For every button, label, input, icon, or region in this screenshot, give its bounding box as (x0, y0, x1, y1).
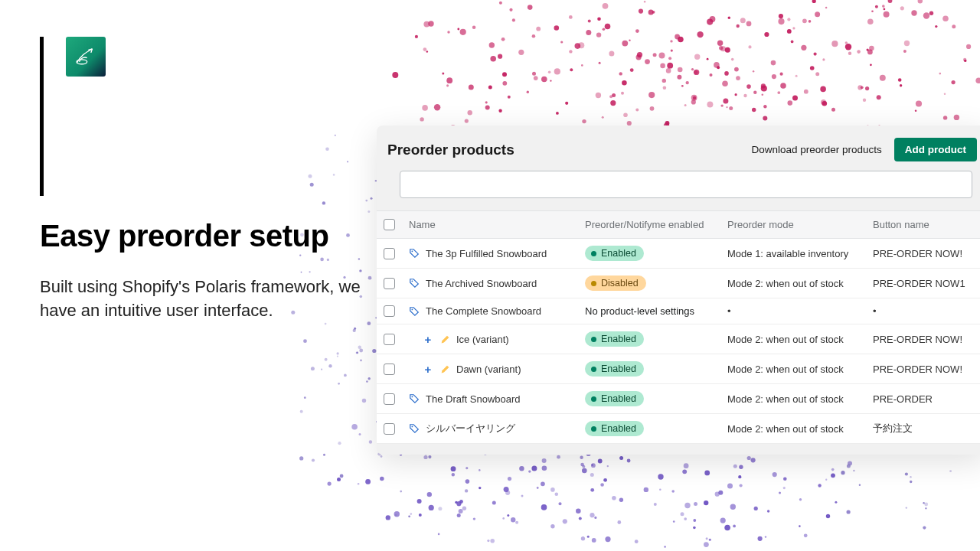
svg-point-486 (487, 540, 489, 542)
svg-point-226 (490, 56, 496, 62)
svg-point-70 (650, 106, 655, 111)
svg-point-584 (587, 536, 590, 538)
svg-point-656 (346, 233, 350, 237)
table-row[interactable]: +Ice (variant)EnabledMode 2: when out of… (377, 324, 980, 354)
svg-point-149 (975, 77, 980, 83)
row-checkbox[interactable] (384, 364, 395, 375)
svg-point-38 (795, 75, 798, 77)
svg-point-165 (422, 105, 428, 111)
preorder-mode: Mode 2: when out of stock (727, 393, 873, 405)
download-preorder-products-link[interactable]: Download preorder products (751, 144, 881, 155)
svg-point-475 (835, 501, 837, 504)
svg-point-427 (394, 511, 400, 517)
svg-point-97 (623, 113, 628, 118)
svg-point-220 (426, 51, 429, 53)
svg-point-416 (804, 533, 808, 537)
svg-point-458 (706, 537, 708, 540)
svg-point-249 (831, 41, 838, 47)
svg-point-681 (428, 455, 431, 458)
edit-icon[interactable] (439, 364, 450, 374)
svg-point-273 (867, 19, 874, 25)
svg-point-403 (727, 484, 733, 489)
row-checkbox[interactable] (384, 248, 395, 259)
svg-point-130 (966, 44, 971, 49)
tag-icon (409, 248, 420, 259)
button-name: • (873, 305, 980, 317)
svg-point-121 (845, 44, 851, 50)
svg-point-665 (304, 396, 306, 399)
preorder-mode: Mode 1: available inventory (727, 248, 873, 259)
row-checkbox[interactable] (384, 393, 395, 405)
svg-point-216 (527, 91, 529, 93)
expand-icon[interactable]: + (423, 334, 433, 344)
row-checkbox[interactable] (384, 278, 395, 289)
svg-point-332 (779, 492, 781, 494)
svg-point-489 (550, 487, 555, 492)
svg-point-548 (704, 471, 710, 476)
svg-point-428 (531, 466, 537, 471)
row-checkbox[interactable] (384, 334, 395, 345)
table-row[interactable]: シルバーイヤリングEnabledMode 2: when out of stoc… (377, 414, 980, 444)
svg-point-18 (719, 46, 723, 50)
svg-point-523 (429, 505, 434, 510)
table-row[interactable]: The Draft SnowboardEnabledMode 2: when o… (377, 384, 980, 414)
svg-point-233 (736, 76, 740, 80)
svg-point-829 (949, 470, 952, 472)
svg-point-601 (366, 380, 368, 383)
svg-point-615 (321, 369, 322, 370)
status-badge: Disabled (585, 276, 646, 291)
row-checkbox[interactable] (384, 423, 395, 435)
svg-point-197 (578, 42, 584, 48)
add-product-button[interactable]: Add product (894, 138, 977, 161)
svg-point-222 (667, 63, 673, 69)
svg-point-364 (644, 487, 648, 492)
col-button-name: Button name (873, 219, 980, 230)
svg-point-482 (579, 517, 582, 520)
table-row[interactable]: The 3p Fulfilled SnowboardEnabledMode 1:… (377, 239, 980, 269)
svg-point-286 (746, 21, 752, 27)
status-badge: Enabled (585, 331, 644, 347)
svg-point-422 (684, 463, 689, 468)
svg-point-404 (459, 509, 463, 514)
edit-icon[interactable] (439, 334, 450, 344)
expand-icon[interactable]: + (423, 364, 433, 374)
svg-point-25 (752, 108, 756, 112)
svg-point-423 (452, 473, 455, 476)
svg-point-474 (492, 500, 496, 504)
svg-point-522 (709, 539, 711, 541)
preorder-mode: • (727, 305, 873, 317)
search-input[interactable] (400, 171, 972, 198)
svg-point-527 (591, 464, 593, 466)
svg-point-151 (541, 77, 547, 83)
svg-point-861 (412, 308, 413, 310)
svg-point-199 (550, 80, 551, 81)
svg-point-379 (459, 500, 463, 504)
svg-point-229 (764, 32, 769, 37)
select-all-checkbox[interactable] (384, 219, 395, 230)
svg-point-623 (303, 339, 307, 343)
svg-point-479 (738, 475, 741, 478)
svg-point-104 (609, 95, 612, 98)
svg-point-154 (753, 70, 754, 72)
svg-point-409 (591, 463, 596, 468)
svg-point-315 (724, 71, 729, 76)
svg-point-73 (743, 94, 746, 97)
svg-point-39 (728, 17, 730, 19)
table-row[interactable]: The Archived SnowboardDisabledMode 2: wh… (377, 269, 980, 298)
svg-point-323 (653, 53, 657, 57)
svg-point-133 (763, 105, 766, 108)
svg-point-725 (381, 455, 383, 458)
product-name: The Draft Snowboard (426, 393, 521, 405)
svg-point-177 (501, 37, 505, 41)
svg-point-480 (825, 479, 827, 481)
svg-point-164 (588, 20, 591, 23)
table-row[interactable]: The Complete SnowboardNo product-level s… (377, 298, 980, 324)
row-checkbox[interactable] (384, 305, 395, 317)
svg-point-852 (847, 510, 851, 514)
svg-point-171 (808, 20, 812, 23)
table-row[interactable]: +Dawn (variant)EnabledMode 2: when out o… (377, 354, 980, 384)
svg-point-166 (648, 10, 654, 15)
svg-point-213 (678, 67, 683, 73)
svg-point-250 (954, 115, 959, 120)
svg-point-58 (694, 70, 697, 74)
